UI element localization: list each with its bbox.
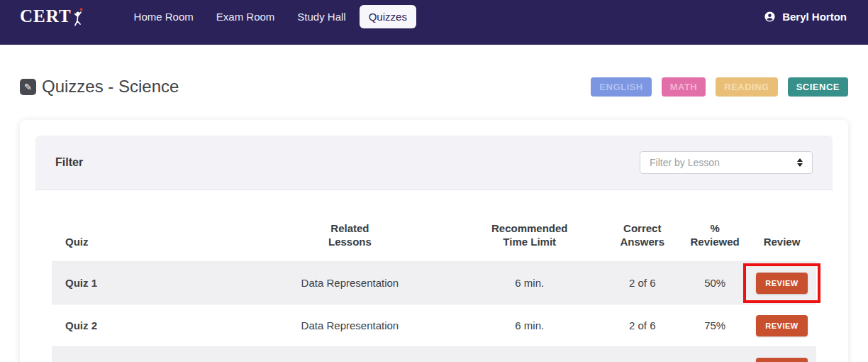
- badge-english[interactable]: ENGLISH: [591, 77, 651, 97]
- subject-badges: ENGLISH MATH READING SCIENCE: [591, 77, 848, 97]
- brand-text: CERT: [20, 6, 72, 26]
- badge-math[interactable]: MATH: [662, 77, 706, 97]
- cell-related-lessons: Data Representation: [243, 305, 457, 347]
- leaping-figure-icon: [73, 7, 84, 26]
- cell-percent-reviewed: 75%: [682, 305, 747, 347]
- filter-by-lesson-select[interactable]: Filter by Lesson: [640, 151, 813, 174]
- brand-logo[interactable]: CERT: [20, 6, 84, 26]
- main-content: ✎ Quizzes - Science ENGLISH MATH READING…: [0, 45, 868, 362]
- cell-related-lessons: Data Representation: [243, 262, 457, 305]
- cell-time-limit: 6 min.: [457, 262, 602, 305]
- main-nav: Home Room Exam Room Study Hall Quizzes: [125, 5, 416, 28]
- cell-correct-answers: 2 of 6: [602, 262, 682, 305]
- cell-quiz-name: [52, 347, 243, 362]
- cell-quiz-name: Quiz 1: [52, 262, 243, 305]
- col-header-percent-reviewed: %Reviewed: [682, 190, 747, 262]
- quizzes-card: Filter Filter by Lesson Quiz RelatedLess…: [20, 120, 848, 362]
- pencil-icon: ✎: [20, 79, 36, 95]
- col-header-related-lessons: RelatedLessons: [243, 190, 457, 262]
- review-button-partial[interactable]: REVIEW: [756, 358, 807, 362]
- review-button-quiz-1[interactable]: REVIEW: [756, 273, 807, 294]
- cell-time-limit: 6 min.: [457, 305, 602, 347]
- review-button-quiz-2[interactable]: REVIEW: [756, 315, 807, 336]
- filter-panel: Filter Filter by Lesson: [35, 136, 833, 190]
- table-row-quiz-1: Quiz 1 Data Representation 6 min. 2 of 6…: [52, 262, 816, 305]
- cell-correct-answers: 2 of 6: [602, 305, 682, 347]
- user-name: Beryl Horton: [782, 11, 847, 23]
- table-row-quiz-2: Quiz 2 Data Representation 6 min. 2 of 6…: [52, 305, 816, 347]
- user-menu[interactable]: Beryl Horton: [764, 11, 847, 23]
- cell-related-lessons: [243, 347, 457, 362]
- user-avatar-icon: [764, 11, 776, 23]
- page-title: Quizzes - Science: [42, 77, 179, 97]
- col-header-review: Review: [747, 190, 816, 262]
- cell-correct-answers: [602, 347, 682, 362]
- quizzes-table: Quiz RelatedLessons RecommendedTime Limi…: [52, 190, 816, 362]
- badge-reading[interactable]: READING: [716, 77, 777, 97]
- select-caret-icon: [797, 158, 803, 167]
- top-navbar: CERT Home Room Exam Room Study Hall Quiz…: [0, 0, 868, 45]
- col-header-quiz: Quiz: [52, 190, 243, 262]
- badge-science[interactable]: SCIENCE: [788, 77, 848, 97]
- nav-item-exam-room[interactable]: Exam Room: [207, 5, 284, 28]
- nav-item-study-hall[interactable]: Study Hall: [288, 5, 355, 28]
- nav-item-home-room[interactable]: Home Room: [125, 5, 203, 28]
- col-header-recommended-time-limit: RecommendedTime Limit: [457, 190, 602, 262]
- cell-percent-reviewed: [682, 347, 747, 362]
- cell-time-limit: [457, 347, 602, 362]
- table-header-row: Quiz RelatedLessons RecommendedTime Limi…: [52, 190, 816, 262]
- table-row-partial: REVIEW: [52, 347, 816, 362]
- col-header-correct-answers: CorrectAnswers: [602, 190, 682, 262]
- cell-quiz-name: Quiz 2: [52, 305, 243, 347]
- select-placeholder: Filter by Lesson: [650, 157, 720, 168]
- nav-item-quizzes[interactable]: Quizzes: [360, 5, 416, 28]
- cell-percent-reviewed: 50%: [682, 262, 747, 305]
- filter-label: Filter: [55, 156, 83, 169]
